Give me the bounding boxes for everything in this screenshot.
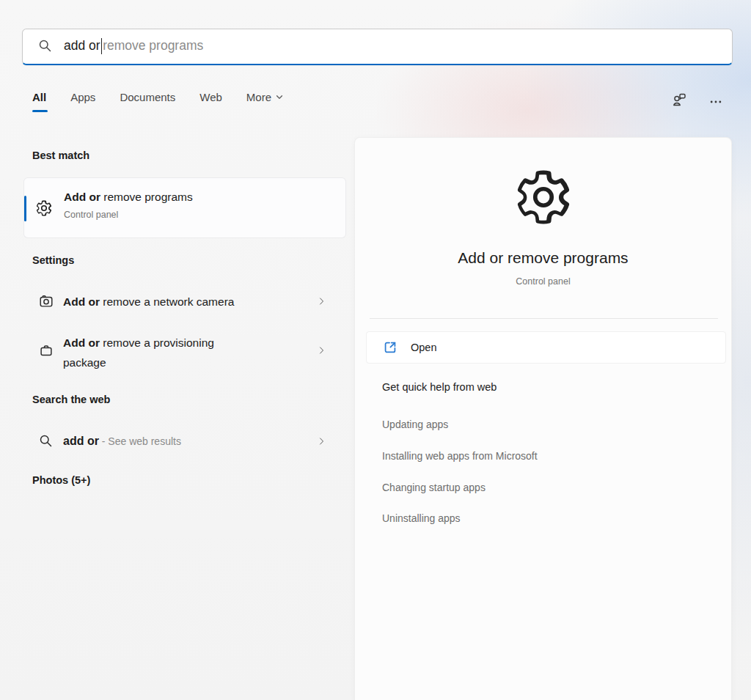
best-match-title-bold: Add or bbox=[64, 191, 100, 203]
best-match-header: Best match bbox=[32, 150, 89, 161]
open-action-label: Open bbox=[411, 342, 436, 353]
gear-icon bbox=[510, 164, 576, 230]
tab-web[interactable]: Web bbox=[199, 91, 222, 112]
search-input[interactable]: add orremove programs bbox=[22, 29, 733, 65]
detail-subtitle: Control panel bbox=[355, 276, 731, 287]
selection-accent-bar bbox=[24, 196, 26, 221]
camera-icon bbox=[38, 293, 54, 309]
result-web-search[interactable]: add or - See web results bbox=[23, 425, 346, 457]
search-icon bbox=[38, 433, 54, 449]
chevron-right-icon bbox=[316, 295, 327, 307]
person-chat-icon bbox=[670, 91, 688, 108]
result-network-camera[interactable]: Add or remove a network camera bbox=[23, 285, 346, 318]
ellipsis-icon bbox=[708, 95, 723, 109]
options-button[interactable] bbox=[706, 92, 726, 112]
detail-title: Add or remove programs bbox=[355, 249, 731, 267]
label-bold: add or bbox=[63, 435, 99, 447]
tab-more[interactable]: More bbox=[246, 91, 284, 112]
chevron-right-icon bbox=[316, 345, 327, 356]
quick-help-header: Get quick help from web bbox=[382, 381, 497, 393]
search-filter-tabs: All Apps Documents Web More bbox=[32, 91, 284, 117]
feedback-button[interactable] bbox=[669, 89, 689, 110]
best-match-title: Add or remove programs bbox=[64, 191, 193, 204]
label-bold: Add or bbox=[63, 295, 100, 308]
result-network-camera-label: Add or remove a network camera bbox=[63, 285, 234, 318]
help-link-installing-web-apps[interactable]: Installing web apps from Microsoft bbox=[382, 450, 538, 462]
result-web-search-label: add or - See web results bbox=[63, 425, 181, 457]
label-rest: remove a network camera bbox=[100, 295, 235, 308]
open-action[interactable]: Open bbox=[366, 331, 726, 364]
external-link-icon bbox=[382, 339, 398, 355]
tab-more-label: More bbox=[246, 91, 271, 103]
label-rest: - See web results bbox=[99, 435, 181, 447]
help-link-uninstalling-apps[interactable]: Uninstalling apps bbox=[382, 512, 461, 524]
tab-all[interactable]: All bbox=[32, 91, 46, 112]
search-suggestion-text: remove programs bbox=[103, 38, 203, 54]
help-link-changing-startup-apps[interactable]: Changing startup apps bbox=[382, 482, 486, 493]
result-provisioning-label: Add or remove a provisioning package bbox=[63, 333, 250, 372]
text-cursor bbox=[101, 38, 103, 54]
settings-header: Settings bbox=[32, 254, 74, 266]
search-text: add orremove programs bbox=[64, 38, 203, 54]
help-link-updating-apps[interactable]: Updating apps bbox=[382, 419, 448, 430]
label-bold: Add or bbox=[63, 336, 100, 349]
tab-apps[interactable]: Apps bbox=[70, 91, 95, 112]
tab-documents[interactable]: Documents bbox=[120, 91, 175, 112]
briefcase-icon bbox=[38, 342, 54, 358]
search-typed-text: add or bbox=[64, 38, 100, 54]
chevron-down-icon bbox=[275, 92, 284, 101]
search-web-header: Search the web bbox=[32, 394, 110, 405]
chevron-right-icon bbox=[316, 435, 327, 447]
result-provisioning-package[interactable]: Add or remove a provisioning package bbox=[23, 326, 346, 375]
best-match-result[interactable]: Add or remove programs Control panel bbox=[23, 177, 346, 238]
photos-header: Photos (5+) bbox=[32, 474, 90, 486]
detail-panel: Add or remove programs Control panel Ope… bbox=[354, 137, 732, 700]
divider bbox=[370, 318, 718, 319]
best-match-subtitle: Control panel bbox=[64, 210, 118, 220]
gear-icon bbox=[34, 199, 54, 218]
best-match-title-rest: remove programs bbox=[100, 191, 193, 203]
search-icon bbox=[37, 38, 53, 54]
